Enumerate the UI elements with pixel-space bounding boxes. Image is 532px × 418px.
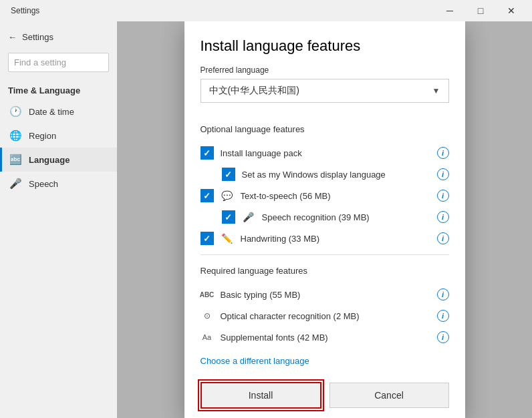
- sidebar-item-language[interactable]: 🔤 Language: [0, 148, 117, 172]
- preferred-language-select[interactable]: 中文(中华人民共和国) ▼: [201, 79, 449, 103]
- windows-display-label: Set as my Windows display language: [242, 170, 430, 180]
- selected-language-text: 中文(中华人民共和国): [209, 85, 299, 97]
- handwriting-icon: ✏️: [221, 232, 234, 245]
- sidebar-item-label: Language: [29, 155, 70, 165]
- required-basic-typing: ABC Basic typing (55 MB) i: [201, 284, 449, 305]
- title-bar-controls: ─ □ ✕: [434, 0, 527, 21]
- tts-icon: 💬: [221, 189, 234, 202]
- maximize-button[interactable]: □: [465, 0, 496, 21]
- title-bar-text: Settings: [11, 6, 39, 15]
- windows-display-checkbox[interactable]: ✓: [222, 168, 235, 181]
- basic-typing-info-icon[interactable]: i: [437, 288, 449, 300]
- check-icon: ✓: [203, 234, 211, 244]
- required-ocr: ⊙ Optical character recognition (2 MB) i: [201, 305, 449, 327]
- choose-language-link[interactable]: Choose a different language: [201, 348, 449, 371]
- speech-recognition-checkbox[interactable]: ✓: [222, 210, 235, 224]
- required-supplemental-fonts: Aa Supplemental fonts (42 MB) i: [201, 327, 449, 348]
- clock-icon: 🕐: [10, 106, 21, 117]
- required-section-title: Required language features: [201, 266, 449, 276]
- tts-checkbox[interactable]: ✓: [201, 189, 214, 202]
- feature-speech-recognition: ✓ 🎤 Speech recognition (39 MB) i: [201, 206, 449, 228]
- install-language-dialog: Install language features Preferred lang…: [184, 21, 465, 418]
- preferred-language-label: Preferred language: [201, 65, 449, 75]
- divider: [201, 254, 449, 255]
- microphone-icon: 🎤: [10, 178, 21, 189]
- globe-icon: 🌐: [10, 130, 21, 141]
- feature-windows-display: ✓ Set as my Windows display language i: [201, 164, 449, 185]
- check-icon: ✓: [225, 212, 232, 222]
- check-icon: ✓: [203, 148, 211, 158]
- back-button[interactable]: ← Settings: [0, 27, 117, 47]
- sidebar-section-label: Time & Language: [0, 77, 117, 99]
- sidebar-item-label: Date & time: [29, 107, 74, 117]
- check-icon: ✓: [225, 170, 232, 180]
- feature-tts: ✓ 💬 Text-to-speech (56 MB) i: [201, 185, 449, 206]
- dialog-overlay: Install language features Preferred lang…: [117, 21, 532, 418]
- feature-install-pack: ✓ Install language pack i: [201, 142, 449, 164]
- select-arrow-icon: ▼: [432, 86, 440, 95]
- back-label: Settings: [22, 32, 53, 42]
- sidebar-item-region[interactable]: 🌐 Region: [0, 124, 117, 148]
- supplemental-fonts-label: Supplemental fonts (42 MB): [221, 333, 430, 343]
- basic-typing-label: Basic typing (55 MB): [221, 290, 430, 300]
- feature-handwriting: ✓ ✏️ Handwriting (33 MB) i: [201, 228, 449, 249]
- dialog-footer: Install Cancel: [184, 371, 465, 418]
- sidebar-item-speech[interactable]: 🎤 Speech: [0, 172, 117, 196]
- sidebar-item-label: Region: [29, 131, 56, 141]
- install-button[interactable]: Install: [201, 382, 321, 409]
- dialog-body: Optional language features ✓ Install lan…: [184, 114, 465, 371]
- language-icon: 🔤: [10, 154, 21, 165]
- content-area: Install language features Preferred lang…: [117, 21, 532, 418]
- fonts-icon: Aa: [201, 331, 214, 344]
- dialog-header: Install language features Preferred lang…: [184, 21, 465, 114]
- search-input[interactable]: Find a setting: [8, 53, 109, 72]
- install-pack-checkbox[interactable]: ✓: [201, 146, 214, 160]
- windows-display-info-icon[interactable]: i: [437, 168, 449, 180]
- back-icon: ←: [8, 32, 17, 42]
- sidebar: ← Settings Find a setting Time & Languag…: [0, 21, 117, 418]
- supplemental-fonts-info-icon[interactable]: i: [437, 331, 449, 343]
- ocr-icon: ⊙: [201, 309, 214, 323]
- tts-info-icon[interactable]: i: [437, 190, 449, 202]
- ocr-info-icon[interactable]: i: [437, 310, 449, 322]
- sidebar-item-label: Speech: [29, 179, 58, 189]
- handwriting-info-icon[interactable]: i: [437, 232, 449, 244]
- dialog-title: Install language features: [201, 37, 449, 55]
- minimize-button[interactable]: ─: [434, 0, 465, 21]
- speech-recognition-label: Speech recognition (39 MB): [262, 212, 430, 222]
- title-bar: Settings ─ □ ✕: [0, 0, 532, 21]
- install-pack-info-icon[interactable]: i: [437, 147, 449, 159]
- handwriting-label: Handwriting (33 MB): [241, 234, 430, 244]
- optional-section-title: Optional language features: [201, 124, 449, 134]
- basic-typing-icon: ABC: [201, 288, 214, 301]
- handwriting-checkbox[interactable]: ✓: [201, 232, 214, 245]
- ocr-label: Optical character recognition (2 MB): [221, 311, 430, 321]
- speech-recognition-info-icon[interactable]: i: [437, 211, 449, 223]
- cancel-button[interactable]: Cancel: [329, 383, 449, 408]
- tts-label: Text-to-speech (56 MB): [241, 191, 430, 201]
- check-icon: ✓: [203, 191, 211, 201]
- speech-icon: 🎤: [242, 210, 255, 224]
- main-layout: ← Settings Find a setting Time & Languag…: [0, 21, 532, 418]
- close-button[interactable]: ✕: [496, 0, 527, 21]
- install-pack-label: Install language pack: [221, 148, 430, 158]
- sidebar-item-date-time[interactable]: 🕐 Date & time: [0, 99, 117, 124]
